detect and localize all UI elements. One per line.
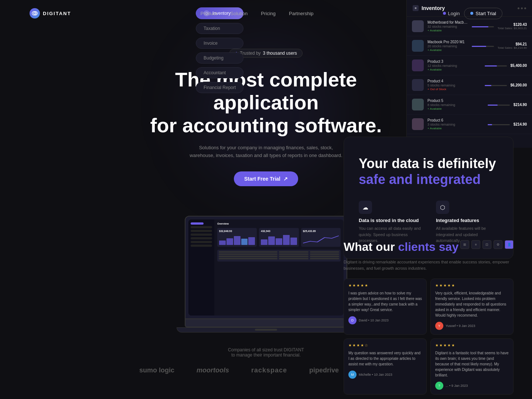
reviewer-avatar: D — [348, 316, 357, 324]
mini-cell — [310, 251, 340, 253]
item-price-col: $214.90 — [514, 122, 527, 126]
data-headline: Your data is definitely safe and integra… — [359, 156, 498, 187]
bar — [290, 238, 297, 245]
nav-tab-budgeting[interactable]: Budgeting — [196, 52, 243, 64]
item-price-col: $6,200.00 — [511, 83, 527, 87]
reviewer-info: ... • 9 Jan 2023 — [446, 384, 468, 388]
navbar: DIGITANT Product Solution Pricing Partne… — [0, 0, 532, 27]
mini-bar-chart-2 — [261, 234, 297, 245]
more-options-button[interactable]: ⊡ — [482, 240, 491, 249]
item-stock: 12 stocks remaining — [427, 64, 481, 68]
inventory-item: Product 4 5 stocks remaining + Out of St… — [407, 75, 532, 95]
svg-point-1 — [34, 11, 37, 15]
review-card: ★★★★★ I was given advice on how to solve… — [344, 279, 427, 335]
reviewer-avatar: Y — [435, 322, 443, 330]
mini-table-row — [219, 258, 339, 259]
mini-sidebar-item — [191, 230, 212, 232]
star-icon: ★ — [439, 283, 443, 287]
start-free-trial-button[interactable]: Start Free Trial ↗ — [234, 171, 298, 186]
mini-table — [217, 250, 341, 262]
item-info: Product 4 5 stocks remaining + Out of St… — [427, 79, 481, 91]
nav-actions: Login Start Trial — [443, 8, 502, 19]
star-icon: ★ — [439, 343, 443, 347]
review-text: Very quick, efficient, knowledgeable and… — [435, 290, 509, 318]
laptop-screen-inner: Overview $32,848.93 — [188, 219, 344, 316]
bar — [219, 241, 226, 245]
inventory-item: Product 6 3 stocks remaining + Available… — [407, 115, 532, 134]
mini-content: Overview $32,848.93 — [214, 219, 344, 316]
star-icon: ★ — [361, 343, 364, 347]
mini-line-chart — [303, 234, 339, 245]
list-view-button[interactable]: ≡ — [471, 240, 480, 249]
item-name: Product 5 — [427, 99, 484, 103]
star-icon: ★ — [348, 283, 352, 287]
mini-stat-3: $25,433.89 — [301, 228, 341, 247]
item-info: Macbook Pro 2020 M1 20 stocks remaining … — [427, 40, 468, 52]
mini-sidebar-active — [191, 222, 204, 225]
feature-cloud: ☁ Data is stored in the cloud You can ac… — [359, 201, 421, 244]
nav-partnership[interactable]: Partnership — [289, 11, 313, 16]
bar — [248, 237, 255, 245]
mini-cell — [219, 256, 277, 257]
nav-product[interactable]: Product — [200, 11, 217, 16]
start-trial-button[interactable]: Start Trial — [464, 8, 502, 19]
item-price-col: $94.21 Total Sales: $4,214.90 — [498, 42, 527, 50]
mini-cell — [219, 253, 277, 255]
reviewer-avatar: ? — [435, 382, 443, 390]
star-icon: ★ — [352, 283, 356, 287]
mini-stats: $32,848.93 432,943 — [217, 228, 341, 247]
nav-tab-invoice[interactable]: Invoice — [196, 38, 243, 49]
item-name: Product 6 — [427, 118, 484, 122]
item-info: Product 3 12 stocks remaining + Availabl… — [427, 59, 481, 71]
item-bar — [485, 65, 507, 66]
bar — [268, 236, 275, 245]
inventory-item: Macbook Pro 2020 M1 20 stocks remaining … — [407, 36, 532, 56]
logo-text: DIGITANT — [43, 11, 71, 16]
laptop-base — [185, 319, 347, 327]
user-icon[interactable]: 👤 — [505, 240, 514, 249]
star-icon: ★ — [451, 343, 455, 347]
grid-view-button[interactable]: ⊞ — [460, 240, 469, 249]
logo-rackspace: rackspace — [251, 366, 287, 374]
item-price-col: $5,400.00 — [511, 64, 527, 68]
item-bar-bg — [485, 85, 507, 86]
item-status: + Available — [427, 107, 484, 110]
nav-solution[interactable]: Solution — [230, 11, 248, 16]
item-bar-fill — [488, 105, 498, 106]
star-icon: ★ — [447, 283, 451, 287]
mini-stat-1: $32,848.93 — [217, 228, 257, 247]
nav-tab-accountant[interactable]: Accountant — [196, 67, 243, 78]
mini-sidebar-item — [191, 245, 212, 247]
mini-table-row — [219, 251, 339, 253]
feature-integrated-title: Integrated features — [436, 218, 498, 223]
inventory-items-list: Motherboard for Macbook P... 32 stocks r… — [407, 17, 532, 134]
item-status: + Available — [427, 127, 484, 130]
login-button[interactable]: Login — [443, 11, 460, 16]
laptop: Overview $32,848.93 — [185, 216, 347, 332]
reviewer: ? ... • 9 Jan 2023 — [435, 382, 509, 390]
logo-pipedrive: pipedrive — [309, 366, 339, 374]
reviewer-avatar: M — [348, 371, 357, 379]
item-name: Product 3 — [427, 59, 481, 64]
mini-cell — [279, 251, 308, 253]
item-bar-fill — [485, 65, 497, 66]
item-bar — [485, 84, 507, 86]
mini-sidebar-item — [191, 226, 212, 228]
clients-section: What our clients say ⊞ ≡ ⊡ ⚙ 👤 Digitant … — [344, 240, 514, 395]
item-bar-bg — [488, 105, 510, 106]
mini-cell — [310, 253, 340, 255]
nav-pricing[interactable]: Pricing — [261, 11, 276, 16]
item-thumbnail — [412, 40, 424, 52]
hero-description: Solutions for your company in managing f… — [188, 144, 344, 160]
item-bar — [488, 123, 510, 125]
mini-cell — [219, 258, 277, 259]
item-bar-bg — [485, 65, 507, 66]
review-text: My question was answered very quickly an… — [348, 350, 422, 367]
item-bar-bg — [472, 46, 494, 47]
nav-tab-financial-report[interactable]: Financial Report — [196, 82, 243, 93]
review-stars: ★★★★★ — [348, 283, 422, 287]
logo-sumo-logic: sumo logic — [139, 366, 174, 374]
clients-description: Digitant is driving remarkable accountan… — [344, 259, 514, 271]
item-name: Macbook Pro 2020 M1 — [427, 40, 468, 44]
settings-button[interactable]: ⚙ — [494, 240, 502, 249]
